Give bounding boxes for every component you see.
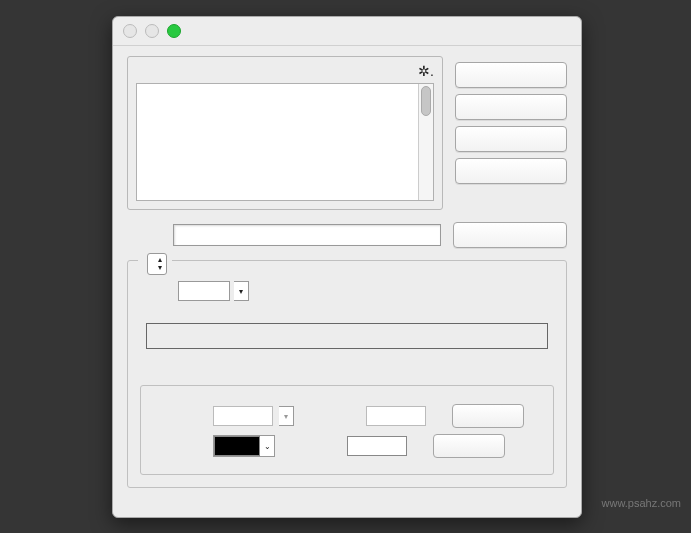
titlebar[interactable] (113, 17, 581, 46)
color-stops-row[interactable] (146, 351, 548, 367)
watermark-small: www.psahz.com (602, 497, 681, 509)
opacity-dropdown: ▾ (279, 406, 294, 426)
presets-panel: ✲. (127, 56, 443, 210)
gradient-type-select[interactable]: ▴▾ (147, 253, 167, 275)
smoothness-input[interactable] (178, 281, 230, 301)
color-delete-button[interactable] (433, 434, 505, 458)
gradient-editor-dialog: ✲. (112, 16, 582, 518)
window-close-icon[interactable] (123, 24, 137, 38)
opacity-position-input (366, 406, 426, 426)
opacity-stops-row[interactable] (146, 309, 548, 323)
smoothness-dropdown[interactable]: ▾ (234, 281, 249, 301)
window-minimize-icon[interactable] (145, 24, 159, 38)
color-well[interactable]: ⌄ (213, 435, 275, 457)
window-zoom-icon[interactable] (167, 24, 181, 38)
color-position-input[interactable] (347, 436, 407, 456)
save-button[interactable] (455, 158, 567, 184)
cancel-button[interactable] (455, 94, 567, 120)
gradient-type-panel: ▴▾ ▾ (127, 260, 567, 488)
chevron-up-down-icon: ▴▾ (158, 256, 162, 272)
gradient-bar[interactable] (146, 323, 548, 349)
new-button[interactable] (453, 222, 567, 248)
gear-icon[interactable]: ✲. (418, 63, 434, 79)
color-dropdown[interactable]: ⌄ (260, 436, 274, 456)
preset-grid (136, 83, 434, 201)
preset-scrollbar[interactable] (418, 84, 433, 200)
opacity-input (213, 406, 273, 426)
name-input[interactable] (173, 224, 441, 246)
load-button[interactable] (455, 126, 567, 152)
ok-button[interactable] (455, 62, 567, 88)
opacity-delete-button (452, 404, 524, 428)
stops-panel: ▾ ⌄ (140, 385, 554, 475)
